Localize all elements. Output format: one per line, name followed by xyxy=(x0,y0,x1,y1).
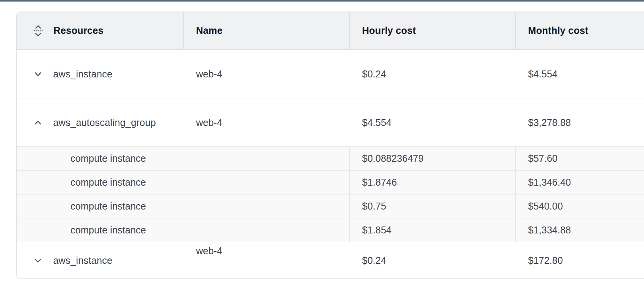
hourly-cost-value: $0.75 xyxy=(362,201,386,212)
hourly-cost-value: $0.24 xyxy=(362,69,386,80)
column-header-monthly-cost: Monthly cost xyxy=(516,12,644,49)
subrow-label-cell: compute instance xyxy=(17,147,350,170)
hourly-cost-cell: $0.24 xyxy=(350,50,516,99)
subrow-monthly-cost-cell: $540.00 xyxy=(515,195,644,218)
subrow-monthly-cost-cell: $57.60 xyxy=(515,147,644,170)
hourly-cost-value: $4.554 xyxy=(362,117,391,128)
hourly-cost-value: $1.854 xyxy=(362,225,391,236)
hourly-cost-value: $0.088236479 xyxy=(362,153,424,164)
table-header-row: Resources Name Hourly cost Monthly cost xyxy=(17,12,644,50)
page: { "colors": { "top_accent": "#4f6c78", "… xyxy=(0,0,644,307)
hourly-cost-cell: $4.554 xyxy=(350,99,516,146)
subrow-hourly-cost-cell: $1.854 xyxy=(349,218,516,242)
cost-component-label: compute instance xyxy=(70,177,146,188)
resource-name: aws_instance xyxy=(53,69,112,80)
cost-component-label: compute instance xyxy=(70,225,146,236)
chevron-down-icon[interactable] xyxy=(33,255,43,266)
resource-instance-name: web-4 xyxy=(196,245,222,257)
monthly-cost-value: $1,334.88 xyxy=(528,225,571,236)
collapse-expand-all-icon[interactable] xyxy=(33,24,44,38)
subrow-hourly-cost-cell: $0.088236479 xyxy=(349,147,516,170)
column-header-name: Name xyxy=(184,12,350,49)
subrow-monthly-cost-cell: $1,346.40 xyxy=(515,171,644,194)
column-header-label: Name xyxy=(196,25,223,36)
column-header-label: Monthly cost xyxy=(528,25,589,36)
hourly-cost-value: $0.24 xyxy=(362,255,386,266)
resource-cell: aws_instance xyxy=(17,242,184,279)
table-row[interactable]: aws_instanceweb-4$0.24$4.554 xyxy=(17,50,644,99)
resource-cell: aws_instance xyxy=(17,50,184,99)
monthly-cost-value: $3,278.88 xyxy=(528,117,571,128)
monthly-cost-value: $172.80 xyxy=(528,255,563,266)
subrow-monthly-cost-cell: $1,334.88 xyxy=(515,218,644,242)
monthly-cost-value: $4.554 xyxy=(528,69,557,80)
hourly-cost-cell: $0.24 xyxy=(350,242,516,279)
resource-instance-name: web-4 xyxy=(196,117,222,128)
monthly-cost-value: $57.60 xyxy=(528,153,557,164)
cost-component-label: compute instance xyxy=(70,201,146,212)
subrow-label-cell: compute instance xyxy=(17,171,350,194)
cost-table: Resources Name Hourly cost Monthly cost … xyxy=(16,12,644,279)
chevron-down-icon[interactable] xyxy=(33,69,43,79)
monthly-cost-cell: $3,278.88 xyxy=(516,99,644,146)
resource-instance-name: web-4 xyxy=(196,69,222,80)
monthly-cost-value: $1,346.40 xyxy=(528,177,571,188)
table-subrow: compute instance$1.8746$1,346.40 xyxy=(17,170,644,194)
table-subrow: compute instance$1.854$1,334.88 xyxy=(17,218,644,242)
table-row[interactable]: aws_instanceweb-4$0.24$172.80 xyxy=(17,242,644,279)
top-accent-bar xyxy=(0,0,644,2)
chevron-up-icon[interactable] xyxy=(33,117,43,128)
monthly-cost-cell: $4.554 xyxy=(516,50,644,99)
cost-component-label: compute instance xyxy=(70,153,146,164)
table-subrow: compute instance$0.75$540.00 xyxy=(17,194,644,218)
column-header-label: Hourly cost xyxy=(362,25,416,36)
subrow-hourly-cost-cell: $0.75 xyxy=(349,195,516,218)
column-header-hourly-cost: Hourly cost xyxy=(350,12,516,49)
resource-cell: aws_autoscaling_group xyxy=(17,99,184,146)
monthly-cost-value: $540.00 xyxy=(528,201,563,212)
subrow-hourly-cost-cell: $1.8746 xyxy=(349,171,516,194)
hourly-cost-value: $1.8746 xyxy=(362,177,397,188)
table-subrow: compute instance$0.088236479$57.60 xyxy=(17,146,644,170)
column-header-label: Resources xyxy=(54,25,104,36)
resource-name: aws_instance xyxy=(53,255,112,266)
name-cell: web-4 xyxy=(184,99,350,146)
subrow-label-cell: compute instance xyxy=(17,195,350,218)
name-cell: web-4 xyxy=(184,242,350,279)
subrow-label-cell: compute instance xyxy=(17,218,350,242)
resource-name: aws_autoscaling_group xyxy=(53,117,156,128)
cost-table-body: aws_instanceweb-4$0.24$4.554aws_autoscal… xyxy=(17,50,644,279)
table-row[interactable]: aws_autoscaling_groupweb-4$4.554$3,278.8… xyxy=(17,99,644,146)
monthly-cost-cell: $172.80 xyxy=(516,242,644,279)
column-header-resources: Resources xyxy=(17,12,184,49)
name-cell: web-4 xyxy=(184,50,350,99)
